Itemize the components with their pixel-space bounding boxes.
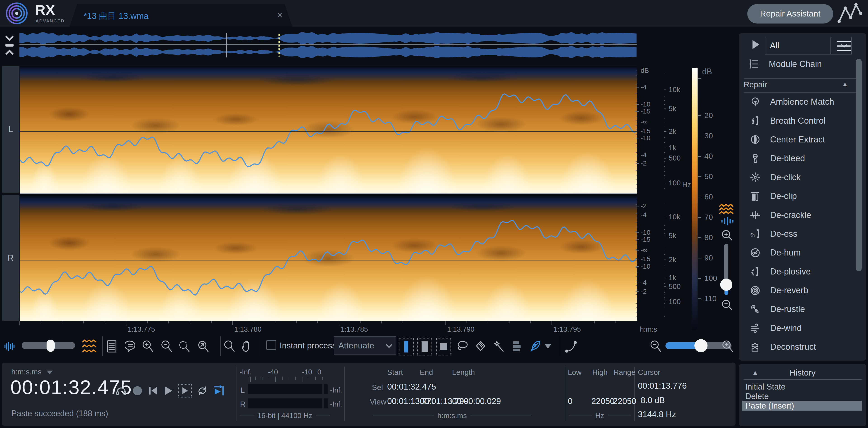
amp-scale-label: -10	[641, 134, 650, 142]
process-mode-dropdown[interactable]: Attenuate	[334, 336, 396, 355]
history-item-delete[interactable]: Delete	[742, 392, 862, 401]
grab-tool-icon[interactable]	[241, 339, 253, 354]
module-item-deconstruct[interactable]: Deconstruct	[739, 338, 861, 356]
range-value[interactable]: 22050	[613, 397, 636, 406]
sel-start-value[interactable]: 00:01:32.475	[387, 382, 436, 392]
module-item-de-rustle[interactable]: De-rustle	[739, 300, 861, 318]
module-item-de-reverb[interactable]: De-reverb	[739, 281, 861, 300]
amp-scale-label: dB	[641, 67, 649, 74]
spectrogram-left-channel[interactable]	[20, 66, 637, 193]
module-item-de-clip[interactable]: De-clip	[739, 187, 861, 206]
play-button[interactable]	[163, 386, 173, 396]
overview-playhead[interactable]	[278, 34, 280, 57]
overview-view-indicator[interactable]	[226, 33, 227, 57]
record-button[interactable]	[132, 385, 143, 396]
instant-process-checkbox[interactable]	[266, 340, 276, 350]
high-value[interactable]: 22050	[591, 397, 615, 406]
spectrogram-settings-icon[interactable]	[81, 339, 98, 354]
module-list-icon[interactable]	[105, 339, 118, 354]
module-item-ambience-match[interactable]: Ambience Match	[739, 92, 861, 111]
module-filter-dropdown[interactable]: All	[765, 37, 852, 55]
module-item-de-wind[interactable]: De-wind	[739, 319, 861, 338]
waveform-overview[interactable]	[20, 32, 637, 58]
time-ruler[interactable]: 1:13.7751:13.7801:13.7851:13.7901:13.795…	[20, 321, 643, 336]
file-tab[interactable]: *13 曲目 13.wma ×	[70, 4, 292, 27]
zoom-out-icon[interactable]	[160, 339, 173, 354]
module-item-breath-control[interactable]: Breath Control	[739, 111, 861, 130]
amp-scale-minor-tick	[636, 267, 637, 268]
frequency-selection-tool[interactable]	[436, 338, 451, 356]
time-frequency-selection-tool[interactable]	[417, 338, 432, 356]
timeline-tick	[168, 321, 169, 323]
colorbar-tick-label: 50	[704, 172, 713, 181]
overview-collapse-control[interactable]	[3, 33, 16, 57]
timeline-zoom-out-icon[interactable]	[649, 339, 662, 354]
repair-section-header[interactable]: Repair ▲	[744, 80, 862, 89]
brush-selection-tool[interactable]	[474, 339, 487, 354]
curve-tool[interactable]	[564, 339, 579, 354]
history-item-paste-insert[interactable]: Paste (Insert)	[742, 401, 862, 410]
channel-strip-right[interactable]: R	[2, 195, 20, 320]
preview-play-icon[interactable]	[752, 40, 759, 49]
zoom-selection-icon[interactable]	[177, 339, 191, 354]
harmonics-selection-tool[interactable]	[510, 339, 523, 354]
channel-divider-line[interactable]	[20, 193, 637, 194]
feather-options-chevron[interactable]	[544, 344, 552, 349]
blend-view-icon[interactable]	[4, 339, 16, 354]
go-to-start-button[interactable]	[148, 386, 158, 396]
vertical-zoom-slider-knob[interactable]	[720, 279, 733, 291]
rx-logo: RX ADVANCED	[3, 1, 69, 25]
signal-flow-icon[interactable]	[836, 1, 866, 26]
module-item-de-click[interactable]: De-click	[739, 168, 861, 187]
timeline-zoom-slider-knob[interactable]	[694, 339, 708, 352]
waveform-view-icon[interactable]	[720, 217, 735, 226]
module-item-de-bleed[interactable]: De-bleed	[739, 149, 861, 168]
module-item-de-plosive[interactable]: De-plosive	[739, 262, 861, 281]
zoom-fit-icon[interactable]	[196, 339, 210, 354]
module-chain-item[interactable]: Module Chain	[743, 58, 862, 70]
zoom-in-icon[interactable]	[141, 339, 154, 354]
menu-icon[interactable]	[837, 41, 851, 51]
spectrogram-view-icon[interactable]	[718, 203, 737, 215]
vertical-zoom-in-icon[interactable]	[720, 228, 734, 242]
low-value[interactable]: 0	[568, 397, 572, 406]
current-time-display[interactable]: 00:01:32.475	[10, 376, 132, 399]
freq-scale-label: 10k	[669, 85, 680, 94]
lasso-selection-tool[interactable]	[456, 339, 469, 354]
playhead-return-toggle[interactable]	[213, 385, 225, 396]
play-selection-button[interactable]	[178, 384, 192, 397]
col-start: Start	[387, 368, 403, 377]
view-blend-slider-knob[interactable]	[46, 340, 55, 352]
module-item-de-hum[interactable]: De-hum	[739, 243, 861, 262]
center-extract-icon	[750, 134, 761, 145]
comment-icon[interactable]	[124, 339, 137, 354]
module-item-center-extract[interactable]: Center Extract	[739, 130, 861, 149]
magic-wand-tool[interactable]	[492, 339, 505, 354]
freq-scale-minor-tick	[664, 225, 665, 226]
monitor-headphones-icon[interactable]	[115, 385, 127, 397]
module-list-scrollbar[interactable]	[856, 59, 862, 271]
timeline-zoom-in-icon[interactable]	[721, 339, 734, 354]
module-item-de-ess[interactable]: Ss De-ess	[739, 224, 861, 243]
time-format-selector[interactable]: h:m:s.ms	[11, 368, 53, 376]
module-item-de-crackle[interactable]: De-crackle	[739, 206, 861, 224]
amp-scale-tick	[636, 250, 639, 250]
amp-scale-label: -∞	[641, 246, 648, 254]
timeline-label: 1:13.775	[128, 325, 155, 334]
tab-close-icon[interactable]: ×	[277, 10, 282, 20]
history-item-initial-state[interactable]: Initial State	[742, 382, 862, 392]
collapse-triangle-icon[interactable]: ▲	[842, 81, 848, 88]
loop-playback-button[interactable]	[197, 385, 208, 396]
channel-strip-left[interactable]: L	[2, 66, 20, 193]
de-hum-icon	[750, 247, 761, 258]
view-length-value[interactable]: 00:00:00.029	[452, 397, 501, 406]
feather-tool[interactable]	[528, 339, 541, 354]
spectrogram-right-channel[interactable]	[20, 195, 637, 321]
meter-tick	[296, 377, 296, 380]
repair-assistant-button[interactable]: Repair Assistant	[747, 4, 833, 24]
vertical-zoom-out-icon[interactable]	[720, 298, 734, 311]
timeline-tick	[126, 321, 126, 325]
time-selection-tool[interactable]	[399, 338, 414, 356]
colorbar-tick-label: 80	[704, 233, 713, 242]
magnify-tool-icon[interactable]	[223, 339, 236, 354]
